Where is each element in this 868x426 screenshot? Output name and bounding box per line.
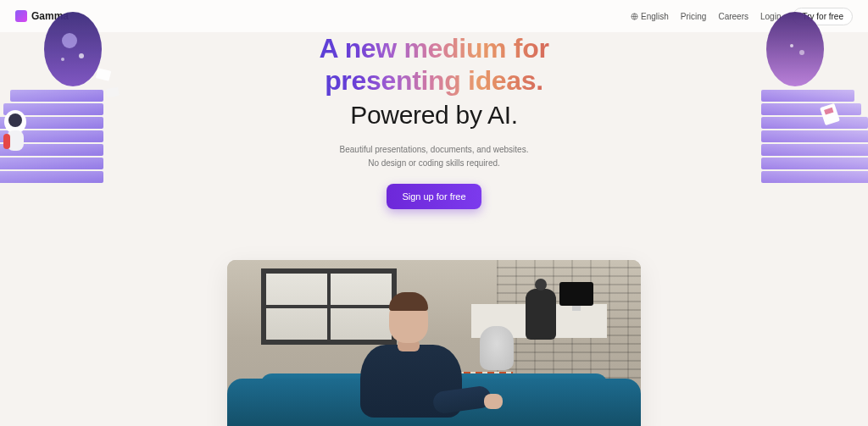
headline-line-1: A new medium for (319, 33, 548, 64)
hero-headline: A new medium for presenting ideas. (0, 32, 868, 97)
signup-button[interactable]: Sign up for free (387, 184, 481, 209)
hero-subhead: Powered by AI. (0, 101, 868, 130)
hero-video[interactable] (227, 260, 641, 426)
top-nav: English Pricing Careers Login Try for fr… (631, 8, 853, 25)
video-frame-image (227, 260, 641, 426)
nav-careers[interactable]: Careers (718, 12, 748, 21)
hero-description: Beautiful presentations, documents, and … (0, 143, 868, 170)
headline-line-2: presenting ideas. (325, 65, 543, 96)
hero-section: A new medium for presenting ideas. Power… (0, 32, 868, 426)
brand-name: Gamma (31, 10, 69, 22)
try-for-free-button[interactable]: Try for free (793, 8, 853, 25)
site-header: Gamma English Pricing Careers Login Try … (0, 0, 868, 32)
language-selector[interactable]: English (631, 12, 669, 21)
desc-line-1: Beautiful presentations, documents, and … (0, 143, 868, 157)
desc-line-2: No design or coding skills required. (0, 157, 868, 170)
logo-link[interactable]: Gamma (15, 10, 69, 22)
globe-icon (631, 13, 638, 20)
language-label: English (641, 12, 669, 21)
nav-pricing[interactable]: Pricing (681, 12, 707, 21)
logo-mark-icon (15, 10, 27, 22)
nav-login[interactable]: Login (760, 12, 781, 21)
